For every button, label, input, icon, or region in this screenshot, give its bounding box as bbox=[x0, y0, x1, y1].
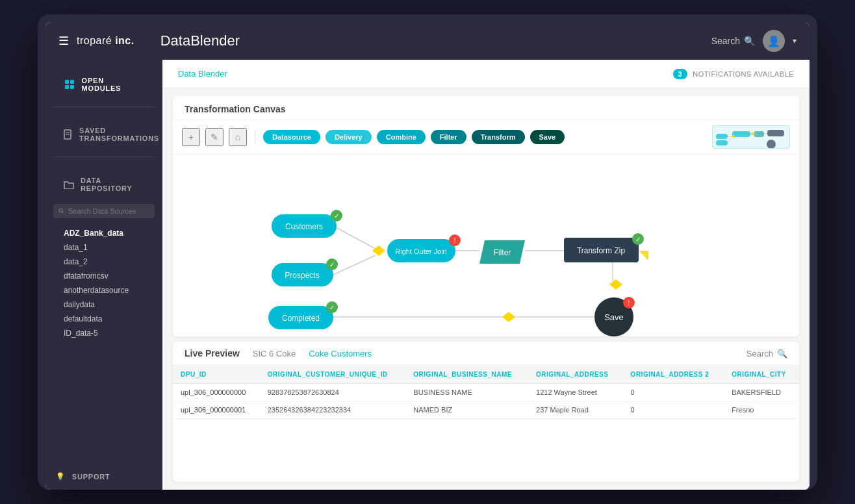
svg-marker-21 bbox=[372, 246, 385, 256]
canvas-minimap bbox=[712, 125, 790, 149]
svg-text:!: ! bbox=[628, 299, 630, 307]
sidebar-section-data-repository: DATA REPOSITORY bbox=[45, 160, 162, 204]
open-modules-label: OPEN MODULES bbox=[82, 77, 144, 92]
table-row: upl_306_000000001 235264326384223232334 … bbox=[173, 401, 799, 419]
svg-line-18 bbox=[333, 255, 376, 275]
list-item[interactable]: anotherdatasource bbox=[56, 283, 162, 297]
notifications-badge: 3 bbox=[673, 69, 688, 79]
svg-rect-7 bbox=[732, 131, 750, 137]
step-transform-button[interactable]: Transform bbox=[472, 130, 525, 144]
svg-text:✓: ✓ bbox=[635, 236, 641, 243]
step-save-button[interactable]: Save bbox=[530, 130, 565, 144]
preview-header: Live Preview SIC 6 Coke Coke Customers S… bbox=[173, 342, 799, 366]
list-item[interactable]: ADZ_Bank_data bbox=[56, 226, 162, 240]
edit-button[interactable]: ✎ bbox=[205, 128, 223, 146]
transformation-canvas: Transformation Canvas + ✎ ⌂ Datasource D… bbox=[173, 96, 799, 336]
svg-marker-25 bbox=[502, 312, 515, 322]
sidebar-section-saved: SAVED TRANSFORMATIONS bbox=[45, 110, 162, 154]
preview-search-label: Search bbox=[747, 349, 773, 359]
search-label: Search bbox=[711, 36, 740, 46]
canvas-diagram: Customers ✓ Prospects ✓ bbox=[173, 155, 799, 336]
sidebar: OPEN MODULES SAVED TRANSFORMATIONS bbox=[45, 60, 162, 490]
step-delivery-button[interactable]: Delivery bbox=[325, 130, 372, 144]
svg-text:Right Outer Join: Right Outer Join bbox=[395, 247, 446, 255]
svg-text:✓: ✓ bbox=[329, 261, 335, 268]
cell-biz-name: BUSINESS NAME bbox=[405, 384, 528, 401]
home-button[interactable]: ⌂ bbox=[229, 128, 247, 146]
cell-address: 1212 Wayne Street bbox=[528, 384, 623, 401]
saved-transformations-label: SAVED TRANSFORMATIONS bbox=[79, 127, 159, 142]
preview-search[interactable]: Search 🔍 bbox=[747, 349, 787, 359]
cell-dpu: upl_306_000000000 bbox=[173, 384, 260, 401]
svg-text:✓: ✓ bbox=[334, 212, 339, 220]
sidebar-item-support[interactable]: 💡 SUPPORT bbox=[45, 463, 162, 490]
brand-name: troparé inc. bbox=[77, 35, 134, 47]
svg-line-14 bbox=[728, 138, 731, 143]
data-table: DPU_ID ORIGINAL_CUSTOMER_UNIQUE_ID ORIGI… bbox=[173, 366, 799, 419]
list-item[interactable]: ID_data-5 bbox=[56, 326, 162, 340]
svg-rect-6 bbox=[716, 140, 728, 145]
preview-search-icon: 🔍 bbox=[777, 349, 787, 359]
svg-text:Customers: Customers bbox=[285, 222, 323, 231]
list-item[interactable]: defaultdata bbox=[56, 312, 162, 326]
cell-city: Fresno bbox=[724, 401, 799, 419]
sidebar-item-data-repository[interactable]: DATA REPOSITORY bbox=[56, 170, 152, 199]
cell-biz-name: NAMED BIZ bbox=[405, 401, 528, 419]
step-datasource-button[interactable]: Datasource bbox=[263, 130, 320, 144]
svg-text:Prospects: Prospects bbox=[285, 271, 319, 280]
svg-text:Completed: Completed bbox=[282, 314, 320, 323]
step-combine-button[interactable]: Combine bbox=[377, 130, 426, 144]
breadcrumb[interactable]: Data Blender bbox=[178, 69, 227, 79]
preview-tab-sic6[interactable]: SIC 6 Coke bbox=[253, 349, 296, 359]
list-item[interactable]: dfatafromcsv bbox=[56, 269, 162, 283]
col-city: ORIGINAL_CITY bbox=[724, 366, 799, 384]
data-sources-list: ADZ_Bank_data data_1 data_2 dfatafromcsv… bbox=[45, 223, 162, 343]
notifications-area: 3 NOTIFICATIONS AVAILABLE bbox=[673, 69, 794, 79]
svg-marker-23 bbox=[609, 279, 622, 290]
search-icon: 🔍 bbox=[744, 36, 755, 46]
sidebar-item-open-modules[interactable]: OPEN MODULES bbox=[56, 70, 152, 99]
step-filter-button[interactable]: Filter bbox=[431, 130, 466, 144]
list-item[interactable]: dailydata bbox=[56, 297, 162, 312]
svg-text:✓: ✓ bbox=[329, 304, 335, 311]
sidebar-item-saved-transformations[interactable]: SAVED TRANSFORMATIONS bbox=[56, 120, 152, 149]
svg-line-17 bbox=[333, 226, 376, 249]
list-item[interactable]: data_2 bbox=[56, 255, 162, 269]
preview-table: DPU_ID ORIGINAL_CUSTOMER_UNIQUE_ID ORIGI… bbox=[173, 366, 799, 482]
hamburger-icon[interactable]: ☰ bbox=[58, 34, 69, 48]
sidebar-divider-1 bbox=[53, 107, 155, 107]
search-top[interactable]: Search 🔍 bbox=[711, 36, 755, 46]
svg-text:Save: Save bbox=[604, 312, 624, 322]
svg-marker-45 bbox=[639, 251, 648, 260]
svg-point-10 bbox=[767, 140, 776, 149]
canvas-toolbar: + ✎ ⌂ Datasource Delivery Combine Filter… bbox=[173, 120, 799, 155]
sidebar-divider-2 bbox=[53, 157, 155, 157]
search-sources[interactable] bbox=[53, 204, 155, 218]
search-data-sources-input[interactable] bbox=[68, 207, 149, 215]
add-button[interactable]: + bbox=[182, 128, 200, 146]
svg-text:Transform Zip: Transform Zip bbox=[577, 246, 626, 255]
content-header: Data Blender 3 NOTIFICATIONS AVAILABLE bbox=[162, 60, 810, 88]
svg-rect-9 bbox=[767, 130, 784, 136]
table-row: upl_306_000000000 928378253872630824 BUS… bbox=[173, 384, 799, 401]
avatar[interactable]: 👤 bbox=[763, 30, 785, 52]
cell-customer-uid: 928378253872630824 bbox=[260, 384, 406, 401]
grid-icon bbox=[64, 79, 75, 90]
svg-rect-5 bbox=[716, 134, 728, 139]
col-business-name: ORIGINAL_BUSINESS_NAME bbox=[405, 366, 528, 384]
preview-tab-coke[interactable]: Coke Customers bbox=[309, 349, 372, 359]
content-area: Data Blender 3 NOTIFICATIONS AVAILABLE T… bbox=[162, 60, 810, 490]
cell-address2: 0 bbox=[623, 401, 724, 419]
main-layout: OPEN MODULES SAVED TRANSFORMATIONS bbox=[45, 60, 810, 490]
support-label: SUPPORT bbox=[72, 473, 110, 481]
cell-customer-uid: 235264326384223232334 bbox=[260, 401, 406, 419]
topbar: ☰ troparé inc. DataBlender Search 🔍 👤 ▾ bbox=[45, 22, 810, 60]
svg-point-3 bbox=[59, 208, 62, 212]
col-customer-unique-id: ORIGINAL_CUSTOMER_UNIQUE_ID bbox=[260, 366, 406, 384]
svg-text:!: ! bbox=[454, 237, 456, 244]
topbar-right: Search 🔍 👤 ▾ bbox=[711, 30, 797, 52]
list-item[interactable]: data_1 bbox=[56, 240, 162, 255]
caret-icon[interactable]: ▾ bbox=[793, 36, 797, 45]
folder-icon bbox=[64, 179, 74, 190]
file-icon bbox=[64, 129, 73, 140]
